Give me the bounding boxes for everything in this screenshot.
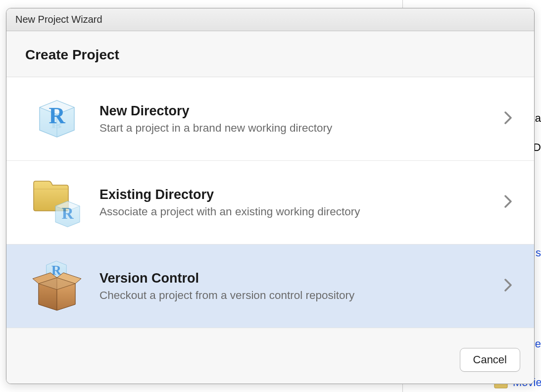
new-project-wizard-dialog: New Project Wizard Create Project [6,8,535,384]
page-heading: Create Project [25,47,515,63]
option-title: Version Control [99,271,496,286]
existing-directory-icon: R [24,173,90,232]
option-description: Start a project in a brand new working d… [99,122,496,135]
option-text: Existing Directory Associate a project w… [90,187,496,218]
new-directory-icon: R R [24,89,90,148]
dialog-title: New Project Wizard [15,14,102,25]
dialog-footer: Cancel [6,339,534,384]
chevron-right-icon [496,111,520,126]
dialog-spacer [6,328,534,339]
chevron-right-icon [496,279,520,294]
chevron-right-icon [496,195,520,210]
option-description: Associate a project with an existing wor… [99,205,496,218]
dialog-header: Create Project [6,31,534,77]
option-title: New Directory [99,103,496,119]
option-version-control[interactable]: R Version Control Checkout a project fro… [6,245,534,328]
cancel-button[interactable]: Cancel [460,348,520,372]
version-control-icon: R [24,256,90,316]
option-new-directory[interactable]: R R New Directory Start a project in a b… [6,77,534,161]
option-list: R R New Directory Start a project in a b… [6,77,534,328]
dialog-titlebar: New Project Wizard [6,8,534,31]
option-text: New Directory Start a project in a brand… [90,103,496,135]
option-existing-directory[interactable]: R Existing Directory Associate a project… [6,161,534,245]
bg-link-fragment: s [536,246,541,259]
svg-text:R: R [61,204,74,222]
option-description: Checkout a project from a version contro… [99,289,496,302]
svg-text:R: R [50,122,64,130]
bg-link-fragment: e [535,338,541,350]
option-title: Existing Directory [99,187,496,202]
option-text: Version Control Checkout a project from … [90,271,496,302]
